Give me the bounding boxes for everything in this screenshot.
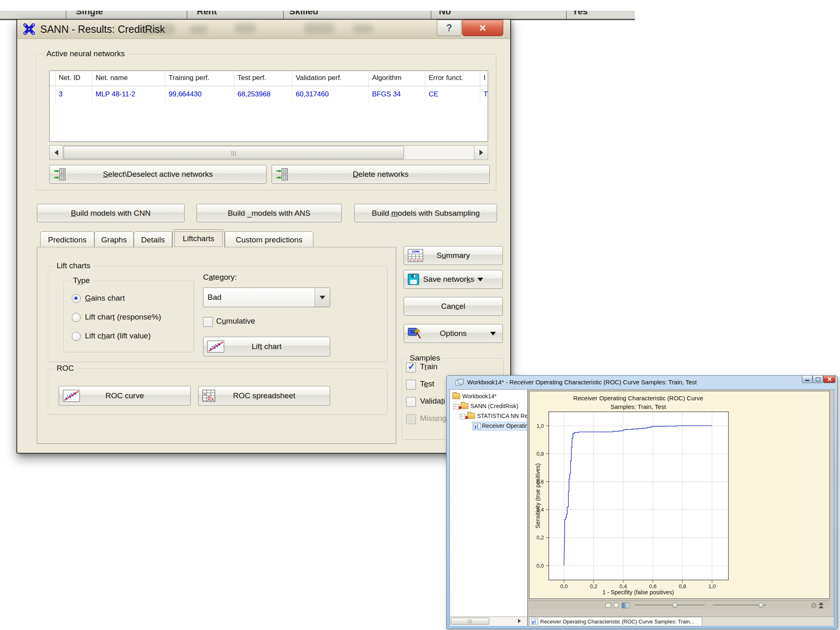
tree-item-roc[interactable]: Receiver Operatin <box>482 422 527 429</box>
tree-hscroll-right-arrow[interactable] <box>518 619 521 623</box>
delete-networks-button[interactable]: Delete networks <box>272 165 490 184</box>
h-zoom-slider-thumb[interactable] <box>673 603 677 607</box>
dialog-titlebar[interactable]: SANN - Results: CreditRisk ? <box>17 20 510 39</box>
options-button[interactable]: Options <box>404 324 503 343</box>
workbook-close-button[interactable] <box>823 376 835 383</box>
radio-lift-chart-response-label[interactable]: Lift chart (response%) <box>85 313 161 322</box>
tree-item-nn-results[interactable]: STATISTICA NN Resu <box>477 413 527 419</box>
collapse-icon[interactable] <box>453 404 459 409</box>
col-error-funct: Error funct. <box>425 71 480 86</box>
tree-hscrollbar[interactable]: ||| <box>450 616 527 626</box>
test-checkbox-label[interactable]: Test <box>420 379 434 388</box>
tab-details-label: Details <box>141 235 165 244</box>
scrollbar-thumb[interactable]: ||| <box>64 146 404 159</box>
build-ans-label: Build _models with ANS <box>228 209 310 218</box>
graph-icon <box>531 619 538 625</box>
radio-lift-chart-value-label[interactable]: Lift chart (lift value) <box>85 331 151 340</box>
restore-icon <box>816 377 820 381</box>
chevron-down-icon[interactable] <box>315 288 330 307</box>
sheet-tab-roc-curve[interactable]: Receiver Operating Characteristic (ROC) … <box>529 617 702 626</box>
cell-validation-perf: 60,317460 <box>292 86 369 103</box>
svg-text:0,4: 0,4 <box>619 583 627 589</box>
roc-curve-button[interactable]: ROC curve <box>59 386 191 406</box>
tree-hscroll-thumb[interactable]: ||| <box>451 618 489 625</box>
svg-text:SUMM: SUMM <box>411 250 419 253</box>
summary-button[interactable]: SUMM Summary <box>404 246 503 265</box>
radio-gains-chart-label[interactable]: Gains chart <box>85 294 125 303</box>
expand-up-icon[interactable] <box>819 605 824 608</box>
bg-cell: Skilled <box>289 11 318 17</box>
svg-text:0,0: 0,0 <box>560 583 568 589</box>
scroll-right-arrow[interactable] <box>474 146 488 160</box>
save-networks-button[interactable]: Save networks <box>404 270 503 289</box>
tab-graphs-label: Graphs <box>101 235 127 244</box>
validation-checkbox-label[interactable]: Validati <box>420 397 445 406</box>
help-button[interactable]: ? <box>437 20 461 36</box>
key-icon[interactable] <box>811 603 816 608</box>
active-networks-group-label: Active neural networks <box>43 49 128 58</box>
lift-chart-scatter-icon <box>207 340 224 353</box>
scroll-left-arrow[interactable] <box>50 146 63 160</box>
cumulative-checkbox[interactable] <box>203 317 213 327</box>
networks-table-hscrollbar[interactable]: ||| <box>49 145 488 160</box>
save-dropdown-arrow[interactable] <box>477 278 483 281</box>
zoom-tool-icon[interactable] <box>614 603 619 608</box>
build-subsampling-label: Build models with Subsampling <box>372 209 480 218</box>
options-button-label: Options <box>440 329 466 338</box>
tree-item-sann[interactable]: SANN (CreditRisk) <box>470 403 518 409</box>
save-networks-label: Save networks <box>423 275 475 284</box>
roc-spreadsheet-button-label: ROC spreadsheet <box>233 391 295 400</box>
v-zoom-slider-track[interactable] <box>713 605 766 605</box>
workbook-window: Workbook14* - Receiver Operating Charact… <box>446 375 838 629</box>
networks-table: Net. ID Net. name Training perf. Test pe… <box>49 71 488 142</box>
pan-tool-icon[interactable] <box>605 603 611 608</box>
tab-custom-predictions[interactable]: Custom predictions <box>225 231 313 248</box>
tab-predictions[interactable]: Predictions <box>40 231 94 248</box>
build-ans-button[interactable]: Build _models with ANS <box>196 204 342 222</box>
tab-liftcharts[interactable]: Liftcharts <box>172 229 225 248</box>
options-dropdown-arrow[interactable] <box>490 332 496 336</box>
cancel-button[interactable]: Cancel <box>404 297 503 316</box>
train-checkbox[interactable] <box>406 363 416 372</box>
radio-lift-chart-response[interactable] <box>72 313 81 322</box>
category-dropdown[interactable]: Bad <box>203 288 330 307</box>
network-row[interactable]: 3 MLP 48-11-2 99,664430 68,253968 60,317… <box>50 86 488 103</box>
cell-algorithm: BFGS 34 <box>369 86 425 103</box>
liftcharts-tab-panel: Lift charts Type Gains chart Lift chart … <box>37 247 396 444</box>
select-networks-icon <box>53 168 68 180</box>
train-checkbox-label[interactable]: Train <box>420 362 438 371</box>
validation-checkbox[interactable] <box>406 397 416 407</box>
roc-spreadsheet-button[interactable]: ROC spreadsheet <box>198 386 330 406</box>
options-hammer-icon <box>408 328 422 339</box>
sheet-tab-strip: Receiver Operating Characteristic (ROC) … <box>528 616 834 626</box>
summary-spreadsheet-icon: SUMM <box>408 249 423 262</box>
tab-graphs[interactable]: Graphs <box>94 231 134 248</box>
col-clipped: I <box>480 71 488 86</box>
category-value: Bad <box>203 293 315 302</box>
gradient-tool-icon[interactable] <box>622 603 629 608</box>
collapse-icon[interactable] <box>460 414 465 419</box>
svg-text:1,0: 1,0 <box>708 583 716 589</box>
radio-gains-chart[interactable] <box>72 294 81 303</box>
bg-cell-separator <box>431 11 431 19</box>
cumulative-checkbox-label[interactable]: Cumulative <box>216 317 255 326</box>
test-checkbox[interactable] <box>406 380 416 390</box>
missing-checkbox <box>406 414 416 424</box>
v-zoom-slider-thumb[interactable] <box>759 603 763 607</box>
lift-chart-button[interactable]: Lift chart <box>203 337 330 356</box>
select-deselect-networks-button[interactable]: Select\Deselect active networks <box>49 165 267 184</box>
h-zoom-slider-track[interactable] <box>635 605 705 605</box>
expand-up-icon[interactable] <box>819 602 824 605</box>
close-button[interactable] <box>462 20 503 36</box>
col-test-perf: Test perf. <box>234 71 292 86</box>
build-subsampling-button[interactable]: Build models with Subsampling <box>354 204 497 222</box>
bg-cell: Yes <box>572 11 588 17</box>
build-cnn-button[interactable]: Build models with CNN <box>37 204 185 222</box>
minimize-button[interactable] <box>802 376 813 383</box>
bg-cell-separator <box>283 11 284 19</box>
bg-cell: Single <box>76 11 103 17</box>
restore-button[interactable] <box>813 376 823 383</box>
radio-lift-chart-value[interactable] <box>72 332 81 341</box>
tab-details[interactable]: Details <box>134 231 172 248</box>
tree-item-workbook[interactable]: Workbook14* <box>462 393 497 399</box>
